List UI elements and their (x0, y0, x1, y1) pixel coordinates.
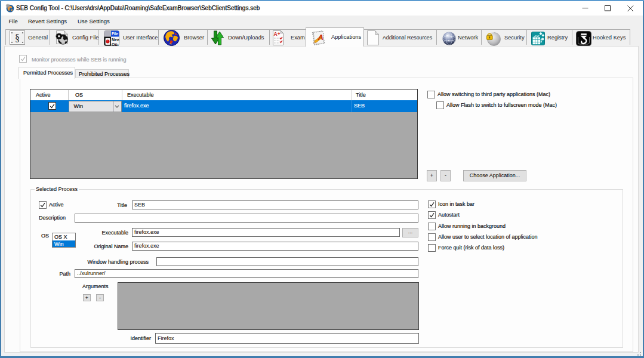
svg-text:§: § (15, 33, 20, 43)
svg-text:A+: A+ (274, 31, 281, 37)
svg-text:New: New (112, 38, 119, 42)
svg-text:File: File (112, 32, 119, 36)
svg-text:A: A (318, 33, 323, 42)
